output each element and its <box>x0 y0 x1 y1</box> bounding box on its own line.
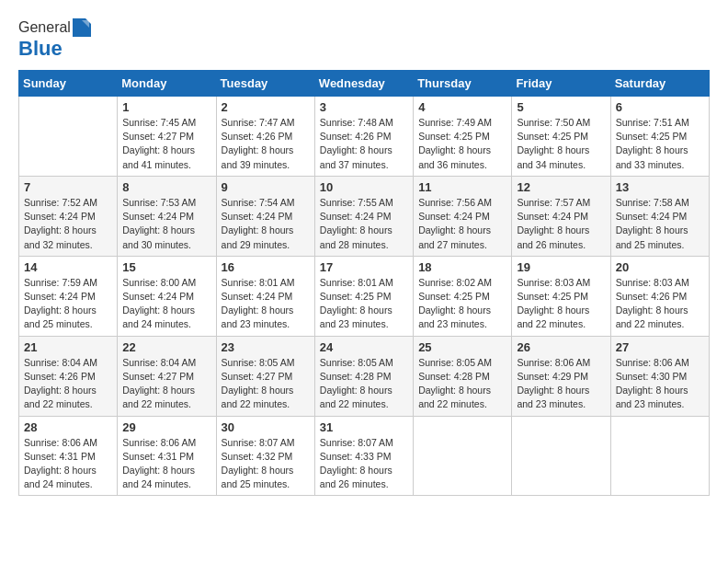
day-info: Sunrise: 8:06 AMSunset: 4:30 PMDaylight:… <box>616 356 704 412</box>
day-info: Sunrise: 7:58 AMSunset: 4:24 PMDaylight:… <box>616 196 704 252</box>
calendar-day-cell: 6Sunrise: 7:51 AMSunset: 4:25 PMDaylight… <box>610 97 709 177</box>
day-number: 15 <box>122 260 210 274</box>
calendar-day-cell: 29Sunrise: 8:06 AMSunset: 4:31 PMDayligh… <box>118 416 216 496</box>
day-info: Sunrise: 8:05 AMSunset: 4:28 PMDaylight:… <box>320 356 408 412</box>
calendar-week-row: 1Sunrise: 7:45 AMSunset: 4:27 PMDaylight… <box>19 97 710 177</box>
day-info: Sunrise: 7:59 AMSunset: 4:24 PMDaylight:… <box>24 276 112 332</box>
calendar-empty-cell <box>512 416 610 496</box>
day-number: 2 <box>222 100 310 114</box>
day-info: Sunrise: 7:49 AMSunset: 4:25 PMDaylight:… <box>418 116 506 172</box>
calendar-week-row: 14Sunrise: 7:59 AMSunset: 4:24 PMDayligh… <box>19 256 710 336</box>
day-number: 21 <box>24 340 112 354</box>
day-info: Sunrise: 8:03 AMSunset: 4:25 PMDaylight:… <box>517 276 605 332</box>
day-info: Sunrise: 8:06 AMSunset: 4:31 PMDaylight:… <box>24 436 112 492</box>
day-info: Sunrise: 8:04 AMSunset: 4:26 PMDaylight:… <box>24 356 112 412</box>
calendar-day-cell: 26Sunrise: 8:06 AMSunset: 4:29 PMDayligh… <box>512 336 610 416</box>
calendar-day-cell: 24Sunrise: 8:05 AMSunset: 4:28 PMDayligh… <box>314 336 413 416</box>
day-info: Sunrise: 7:52 AMSunset: 4:24 PMDaylight:… <box>24 196 112 252</box>
day-info: Sunrise: 8:06 AMSunset: 4:29 PMDaylight:… <box>517 356 605 412</box>
day-info: Sunrise: 8:07 AMSunset: 4:32 PMDaylight:… <box>222 436 310 492</box>
day-info: Sunrise: 8:03 AMSunset: 4:26 PMDaylight:… <box>616 276 704 332</box>
calendar-week-row: 28Sunrise: 8:06 AMSunset: 4:31 PMDayligh… <box>19 416 710 496</box>
calendar-day-cell: 21Sunrise: 8:04 AMSunset: 4:26 PMDayligh… <box>19 336 118 416</box>
calendar-day-cell: 8Sunrise: 7:53 AMSunset: 4:24 PMDaylight… <box>118 176 216 256</box>
calendar-day-cell: 28Sunrise: 8:06 AMSunset: 4:31 PMDayligh… <box>19 416 118 496</box>
calendar-day-cell: 20Sunrise: 8:03 AMSunset: 4:26 PMDayligh… <box>610 256 709 336</box>
day-number: 14 <box>24 260 112 274</box>
day-number: 12 <box>517 180 605 194</box>
day-number: 23 <box>222 340 310 354</box>
day-number: 4 <box>418 100 506 114</box>
day-number: 8 <box>122 180 210 194</box>
calendar-day-cell: 2Sunrise: 7:47 AMSunset: 4:26 PMDaylight… <box>216 97 314 177</box>
day-number: 24 <box>320 340 408 354</box>
day-number: 10 <box>320 180 408 194</box>
calendar-week-row: 21Sunrise: 8:04 AMSunset: 4:26 PMDayligh… <box>19 336 710 416</box>
day-number: 9 <box>222 180 310 194</box>
day-number: 31 <box>320 420 408 434</box>
day-info: Sunrise: 8:05 AMSunset: 4:28 PMDaylight:… <box>418 356 506 412</box>
calendar-empty-cell <box>414 416 512 496</box>
day-info: Sunrise: 7:56 AMSunset: 4:24 PMDaylight:… <box>418 196 506 252</box>
calendar-day-cell: 13Sunrise: 7:58 AMSunset: 4:24 PMDayligh… <box>610 176 709 256</box>
calendar-day-cell: 19Sunrise: 8:03 AMSunset: 4:25 PMDayligh… <box>512 256 610 336</box>
day-number: 20 <box>616 260 704 274</box>
day-number: 16 <box>222 260 310 274</box>
day-info: Sunrise: 7:50 AMSunset: 4:25 PMDaylight:… <box>517 116 605 172</box>
day-info: Sunrise: 8:01 AMSunset: 4:25 PMDaylight:… <box>320 276 408 332</box>
day-info: Sunrise: 7:45 AMSunset: 4:27 PMDaylight:… <box>122 116 210 172</box>
day-of-week-header: Sunday <box>19 71 118 97</box>
calendar-header-row: SundayMondayTuesdayWednesdayThursdayFrid… <box>19 71 710 97</box>
calendar-day-cell: 27Sunrise: 8:06 AMSunset: 4:30 PMDayligh… <box>610 336 709 416</box>
day-of-week-header: Monday <box>118 71 216 97</box>
logo-blue-text: Blue <box>18 37 63 61</box>
calendar-day-cell: 23Sunrise: 8:05 AMSunset: 4:27 PMDayligh… <box>216 336 314 416</box>
day-of-week-header: Tuesday <box>216 71 314 97</box>
calendar-day-cell: 10Sunrise: 7:55 AMSunset: 4:24 PMDayligh… <box>314 176 413 256</box>
day-number: 7 <box>24 180 112 194</box>
day-number: 19 <box>517 260 605 274</box>
calendar-day-cell: 15Sunrise: 8:00 AMSunset: 4:24 PMDayligh… <box>118 256 216 336</box>
day-number: 17 <box>320 260 408 274</box>
day-info: Sunrise: 8:00 AMSunset: 4:24 PMDaylight:… <box>122 276 210 332</box>
calendar-day-cell: 17Sunrise: 8:01 AMSunset: 4:25 PMDayligh… <box>314 256 413 336</box>
day-number: 3 <box>320 100 408 114</box>
day-of-week-header: Friday <box>512 71 610 97</box>
calendar-day-cell: 7Sunrise: 7:52 AMSunset: 4:24 PMDaylight… <box>19 176 118 256</box>
day-number: 26 <box>517 340 605 354</box>
day-info: Sunrise: 8:05 AMSunset: 4:27 PMDaylight:… <box>222 356 310 412</box>
page-header: General Blue <box>18 18 710 61</box>
calendar-day-cell: 9Sunrise: 7:54 AMSunset: 4:24 PMDaylight… <box>216 176 314 256</box>
logo: General Blue <box>18 18 91 61</box>
day-number: 22 <box>122 340 210 354</box>
day-number: 13 <box>616 180 704 194</box>
calendar-day-cell: 3Sunrise: 7:48 AMSunset: 4:26 PMDaylight… <box>314 97 413 177</box>
day-number: 30 <box>222 420 310 434</box>
logo-icon <box>73 18 91 37</box>
day-of-week-header: Thursday <box>414 71 512 97</box>
day-info: Sunrise: 8:02 AMSunset: 4:25 PMDaylight:… <box>418 276 506 332</box>
calendar-day-cell: 31Sunrise: 8:07 AMSunset: 4:33 PMDayligh… <box>314 416 413 496</box>
day-number: 1 <box>122 100 210 114</box>
day-number: 5 <box>517 100 605 114</box>
calendar-day-cell: 12Sunrise: 7:57 AMSunset: 4:24 PMDayligh… <box>512 176 610 256</box>
day-of-week-header: Saturday <box>610 71 709 97</box>
day-number: 6 <box>616 100 704 114</box>
day-info: Sunrise: 8:07 AMSunset: 4:33 PMDaylight:… <box>320 436 408 492</box>
day-number: 25 <box>418 340 506 354</box>
calendar-table: SundayMondayTuesdayWednesdayThursdayFrid… <box>18 70 710 496</box>
calendar-day-cell: 5Sunrise: 7:50 AMSunset: 4:25 PMDaylight… <box>512 97 610 177</box>
day-info: Sunrise: 8:01 AMSunset: 4:24 PMDaylight:… <box>222 276 310 332</box>
day-number: 29 <box>122 420 210 434</box>
calendar-day-cell: 25Sunrise: 8:05 AMSunset: 4:28 PMDayligh… <box>414 336 512 416</box>
calendar-day-cell: 30Sunrise: 8:07 AMSunset: 4:32 PMDayligh… <box>216 416 314 496</box>
calendar-day-cell: 14Sunrise: 7:59 AMSunset: 4:24 PMDayligh… <box>19 256 118 336</box>
day-info: Sunrise: 8:04 AMSunset: 4:27 PMDaylight:… <box>122 356 210 412</box>
day-info: Sunrise: 8:06 AMSunset: 4:31 PMDaylight:… <box>122 436 210 492</box>
calendar-day-cell: 18Sunrise: 8:02 AMSunset: 4:25 PMDayligh… <box>414 256 512 336</box>
day-info: Sunrise: 7:48 AMSunset: 4:26 PMDaylight:… <box>320 116 408 172</box>
day-info: Sunrise: 7:53 AMSunset: 4:24 PMDaylight:… <box>122 196 210 252</box>
calendar-day-cell: 11Sunrise: 7:56 AMSunset: 4:24 PMDayligh… <box>414 176 512 256</box>
day-info: Sunrise: 7:55 AMSunset: 4:24 PMDaylight:… <box>320 196 408 252</box>
day-info: Sunrise: 7:54 AMSunset: 4:24 PMDaylight:… <box>222 196 310 252</box>
